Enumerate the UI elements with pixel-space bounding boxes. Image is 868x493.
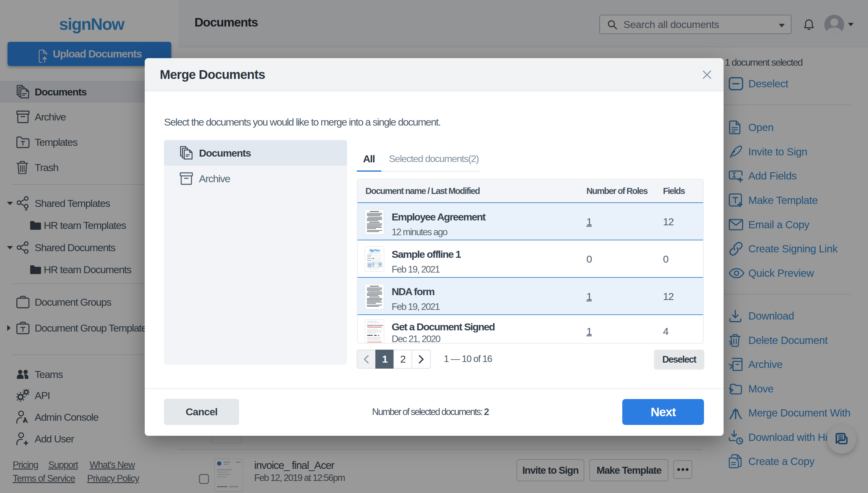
svg-text:Sample Document: Sample Document: [367, 324, 383, 326]
svg-text:SignNow: SignNow: [369, 248, 381, 252]
